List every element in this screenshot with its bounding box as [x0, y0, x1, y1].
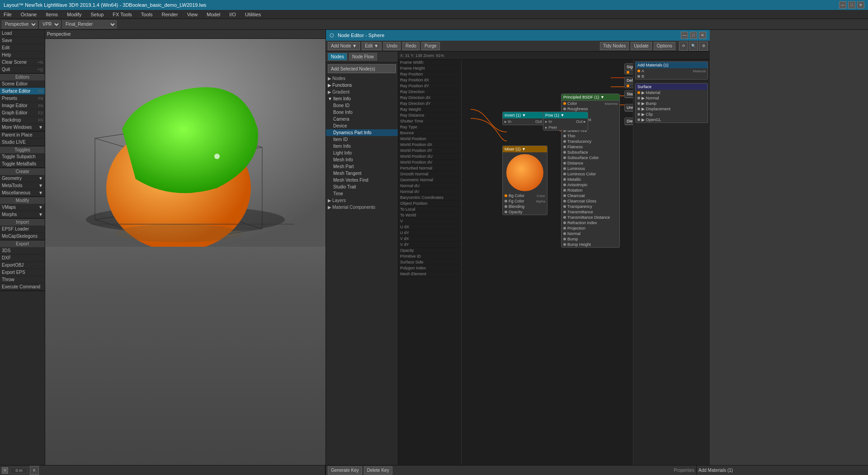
sidebar-parent-in-place[interactable]: Parent in Place — [0, 132, 45, 139]
menu-tools[interactable]: Tools — [139, 11, 155, 18]
node-unreal[interactable]: Unreal (1) ▼ — [624, 104, 633, 112]
menu-view[interactable]: View — [185, 11, 200, 18]
sidebar-presets[interactable]: PresetsF8 — [0, 95, 45, 102]
node-mesh-tangent[interactable]: Mesh Tangent — [326, 170, 398, 177]
category-layers[interactable]: ▶Layers — [326, 197, 398, 204]
node-camera[interactable]: Camera — [326, 116, 398, 122]
node-studio-trait[interactable]: Studio Trait — [326, 183, 398, 190]
vpr-select[interactable]: VPR — [39, 20, 61, 28]
ne-maximize-button[interactable]: □ — [690, 32, 697, 39]
sidebar-3ds[interactable]: 3DS — [0, 247, 45, 254]
node-dielectric[interactable]: Dielectric (1) ▼ — [624, 118, 633, 125]
node-pow[interactable]: Pow (1) ▼ ▸ In Out ▸ ▸ Peer — [543, 112, 588, 131]
purge-button[interactable]: Purge — [421, 42, 440, 50]
render-target-select[interactable]: Final_Render — [62, 20, 117, 28]
menu-items[interactable]: Items — [44, 11, 60, 18]
x-position-input[interactable] — [10, 467, 28, 474]
update-button[interactable]: Update — [631, 42, 651, 50]
sidebar-toggle-metaballs[interactable]: Toggle MetaBalls — [0, 160, 45, 168]
menu-setup[interactable]: Setup — [89, 11, 106, 18]
node-sigma2[interactable]: Sigma2 (1) ▼ — [624, 63, 633, 75]
node-light-info[interactable]: Light Info — [326, 150, 398, 156]
node-mesh-vertex-find[interactable]: Mesh Vertex Find — [326, 177, 398, 183]
sidebar-dxf[interactable]: DXF — [0, 254, 45, 262]
sidebar-clear-scene[interactable]: Clear Scene+N — [0, 59, 45, 66]
sidebar-vmaps[interactable]: VMaps▼ — [0, 204, 45, 211]
minimize-button[interactable]: — — [839, 1, 846, 9]
output-add-materials[interactable]: Add Materials (1) A Material B — [635, 61, 708, 80]
x-e-button[interactable]: E — [30, 466, 39, 475]
sidebar-execute-command[interactable]: Execute Command — [0, 283, 45, 291]
sidebar-more-windows[interactable]: More Windows▼ — [0, 124, 45, 131]
perspective-select[interactable]: Perspective — [2, 20, 38, 28]
node-mesh-info[interactable]: Mesh Info — [326, 156, 398, 163]
category-functions[interactable]: ▶Functions — [326, 82, 398, 89]
menu-fxtools[interactable]: FX Tools — [111, 11, 134, 18]
tab-node-flow[interactable]: Node Flow — [349, 53, 377, 61]
viewport-3d[interactable]: Perspective — [45, 30, 326, 465]
ne-icon1[interactable]: ⟳ — [679, 42, 688, 51]
category-gradient[interactable]: ▶Gradient — [326, 89, 398, 95]
tidy-nodes-button[interactable]: Tidy Nodes — [600, 42, 629, 50]
window-controls[interactable]: — □ ✕ — [839, 1, 864, 9]
ne-close-button[interactable]: ✕ — [699, 32, 706, 39]
maximize-button[interactable]: □ — [848, 1, 855, 9]
sidebar-backdrop[interactable]: BackdropF5 — [0, 117, 45, 124]
category-item-info[interactable]: ▼Item Info — [326, 95, 398, 102]
node-time[interactable]: Time — [326, 190, 398, 197]
ne-icon2[interactable]: 🔍 — [689, 42, 698, 51]
sidebar-morphs[interactable]: Morphs▼ — [0, 211, 45, 218]
node-delta[interactable]: Delta (1) ▼ — [624, 77, 633, 88]
sidebar-toggle-subpatch[interactable]: Toggle Subpatch — [0, 153, 45, 160]
menu-io[interactable]: I/O — [227, 11, 238, 18]
node-mesh-part[interactable]: Mesh Part — [326, 163, 398, 170]
viewport-canvas[interactable] — [45, 39, 326, 465]
sidebar-epsf[interactable]: EPSF Loader — [0, 226, 45, 233]
add-node-button[interactable]: Add Node ▼ — [328, 42, 360, 50]
sidebar-exporteps[interactable]: Export EPS — [0, 269, 45, 276]
category-nodes[interactable]: ▶Nodes — [326, 75, 398, 82]
sidebar-miscellaneous[interactable]: Miscellaneous▼ — [0, 189, 45, 197]
sidebar-throw[interactable]: Throw — [0, 276, 45, 283]
output-surface[interactable]: Surface ▶ Material ▶ Normal — [635, 83, 708, 123]
delete-key-button[interactable]: Delete Key — [364, 466, 392, 475]
node-invert[interactable]: Invert (1) ▼ ▸ In Out ▸ — [502, 112, 547, 125]
node-item-id[interactable]: Item ID — [326, 136, 398, 143]
node-bone-id[interactable]: Bone ID — [326, 102, 398, 109]
menu-file[interactable]: File — [2, 11, 14, 18]
redo-button[interactable]: Redo — [402, 42, 420, 50]
sidebar-image-editor[interactable]: Image EditorF6 — [0, 102, 45, 109]
sidebar-quit[interactable]: Quit+Q — [0, 66, 45, 73]
menu-octane[interactable]: Octane — [19, 11, 38, 18]
sidebar-metatools[interactable]: MetaTools▼ — [0, 182, 45, 189]
menu-utilities[interactable]: Utilities — [243, 11, 263, 18]
menu-modify[interactable]: Modify — [65, 11, 83, 18]
sidebar-surface-editor[interactable]: Surface EditorF5 — [0, 88, 45, 95]
ne-icon3[interactable]: ⚙ — [699, 42, 708, 51]
tab-nodes[interactable]: Nodes — [328, 53, 347, 61]
node-dynamics-part-info[interactable]: Dynamics Part Info — [326, 129, 398, 136]
sidebar-studio-live[interactable]: Studio LIVE — [0, 139, 45, 146]
sidebar-geometry[interactable]: Geometry▼ — [0, 175, 45, 182]
sidebar-load[interactable]: Load — [0, 30, 45, 37]
menu-model[interactable]: Model — [205, 11, 222, 18]
close-button[interactable]: ✕ — [857, 1, 864, 9]
node-device[interactable]: Device — [326, 122, 398, 129]
add-selected-node-button[interactable]: Add Selected Node(s) — [328, 64, 396, 73]
node-mixer[interactable]: Mixer (1) ▼ Bg Color Color — [502, 146, 547, 215]
undo-button[interactable]: Undo — [383, 42, 401, 50]
sidebar-graph-editor[interactable]: Graph EditorF2 — [0, 109, 45, 117]
generate-key-button[interactable]: Generate Key — [328, 466, 362, 475]
category-material-components[interactable]: ▶Material Components — [326, 204, 398, 211]
menu-render[interactable]: Render — [160, 11, 180, 18]
edit-button[interactable]: Edit ▼ — [362, 42, 382, 50]
sidebar-exportobj[interactable]: ExportOBJ — [0, 262, 45, 269]
node-bone-info[interactable]: Bone Info — [326, 109, 398, 116]
sidebar-save[interactable]: Save — [0, 37, 45, 44]
node-item-info[interactable]: Item Info — [326, 143, 398, 150]
ne-minimize-button[interactable]: — — [681, 32, 688, 39]
sidebar-help[interactable]: Help — [0, 52, 45, 59]
sidebar-mocap[interactable]: MoCapSkelegons — [0, 233, 45, 240]
sidebar-edit[interactable]: Edit — [0, 44, 45, 52]
sidebar-scene-editor[interactable]: Scene Editor — [0, 80, 45, 88]
